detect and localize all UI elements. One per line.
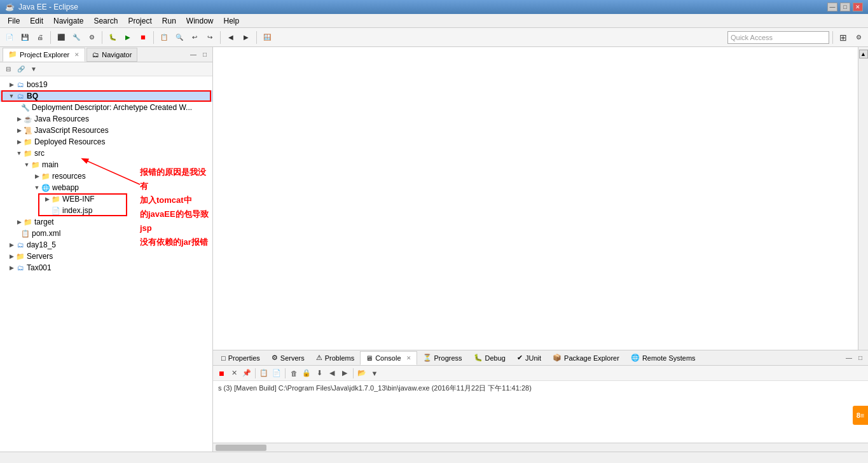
menu-search[interactable]: Search [88,15,123,27]
tree-item-deployment[interactable]: 🔧 Deployment Descriptor: Archetype Creat… [0,102,212,113]
tree-item-servers[interactable]: ▶ 📁 Servers [0,251,212,262]
console-menu-btn[interactable]: ▼ [369,368,380,379]
project-explorer-close[interactable]: ✕ [74,52,79,58]
tb-btn-5[interactable]: 🔍 [172,31,186,45]
bottom-minimize-btn[interactable]: — [844,353,854,363]
orange-badge[interactable]: 8≡ [853,406,868,425]
icon-indexjsp: 📄 [51,205,61,216]
menu-file[interactable]: File [3,15,25,27]
tab-debug[interactable]: 🐛 Debug [468,351,511,365]
console-clear-btn[interactable]: 🗑 [288,368,300,379]
debug-icon: 🐛 [474,354,483,362]
new-button[interactable]: 📄 [3,31,17,45]
toolbar-gear-btn[interactable]: ⚙ [851,31,865,45]
console-pin-btn[interactable]: 📌 [241,368,252,379]
menu-window[interactable]: Window [181,15,219,27]
icon-js-resources: 📜 [23,125,33,135]
console-prev-btn[interactable]: ◀ [326,368,338,379]
panel-maximize-btn[interactable]: □ [200,50,210,60]
minimize-button[interactable]: — [827,3,837,11]
tb-btn-8[interactable]: ◀ [224,31,238,45]
tree-item-src[interactable]: ▼ 📁 src [0,148,212,159]
console-scroll-end-btn[interactable]: ⬇ [313,368,325,379]
collapse-all-btn[interactable]: ⊟ [3,64,14,75]
console-h-scrollbar[interactable] [213,443,868,452]
link-editor-btn[interactable]: 🔗 [15,64,27,75]
arrow-main: ▼ [23,161,31,169]
panel-minimize-btn[interactable]: — [188,50,198,60]
main-layout: 📁 Project Explorer ✕ 🗂 Navigator — □ ⊟ 🔗… [0,47,868,452]
tab-package-explorer[interactable]: 📦 Package Explorer [547,351,625,365]
console-copy-btn[interactable]: 📋 [258,368,270,379]
junit-icon: ✔ [517,354,523,362]
bottom-maximize-btn[interactable]: □ [855,353,865,363]
tb-btn-7[interactable]: ↪ [203,31,217,45]
tree-item-pom[interactable]: 📋 pom.xml [0,228,212,239]
tab-junit[interactable]: ✔ JUnit [511,351,547,365]
save-button[interactable]: 💾 [18,31,32,45]
console-close-btn[interactable]: ✕ [228,368,240,379]
menu-help[interactable]: Help [219,15,245,27]
tb-btn-2[interactable]: 🔧 [69,31,83,45]
tree-item-webapp[interactable]: ▼ 🌐 webapp [0,182,212,193]
tree-item-tax001[interactable]: ▶ 🗂 Tax001 [0,262,212,273]
tab-problems[interactable]: ⚠ Problems [310,351,360,365]
console-next-btn[interactable]: ▶ [339,368,350,379]
tb-btn-6[interactable]: ↩ [188,31,202,45]
perspective-btn[interactable]: 🪟 [260,31,274,45]
toolbar-layout-btn[interactable]: ⊞ [836,31,850,45]
tree-item-webinf[interactable]: ▶ 📁 WEB-INF [0,193,212,205]
tree-item-js-resources[interactable]: ▶ 📜 JavaScript Resources [0,125,212,136]
console-scroll-lock-btn[interactable]: 🔒 [301,368,312,379]
tree-item-target[interactable]: ▶ 📁 target [0,216,212,228]
console-open-file-btn[interactable]: 📂 [356,368,368,379]
console-stop-btn[interactable]: ⏹ [216,368,227,379]
menu-project[interactable]: Project [123,15,156,27]
debug-button[interactable]: 🐛 [106,31,120,45]
stop-button[interactable]: ⏹ [136,31,150,45]
quick-access-label: Quick Access [731,34,773,41]
tab-remote-systems[interactable]: 🌐 Remote Systems [625,351,701,365]
arrow-src: ▼ [15,149,23,157]
maximize-button[interactable]: □ [840,3,850,11]
tree-item-bos19[interactable]: ▶ 🗂 bos19 [0,79,212,90]
tree-item-deployed-resources[interactable]: ▶ 📁 Deployed Resources [0,136,212,148]
tab-project-explorer[interactable]: 📁 Project Explorer ✕ [3,48,85,62]
tree-menu-btn[interactable]: ▼ [28,64,39,75]
tree-item-main[interactable]: ▼ 📁 main [0,159,212,170]
console-close[interactable]: ✕ [406,355,411,361]
panel-tabs: 📁 Project Explorer ✕ 🗂 Navigator — □ [0,47,212,62]
run-button[interactable]: ▶ [121,31,135,45]
tree-item-day185[interactable]: ▶ 🗂 day18_5 [0,239,212,251]
tree-item-indexjsp[interactable]: ▶ 📄 index.jsp [0,205,212,216]
tree-item-resources[interactable]: ▶ 📁 resources [0,170,212,182]
package-explorer-icon: 📦 [553,354,561,362]
label-target: target [34,218,54,226]
tb-btn-9[interactable]: ▶ [239,31,253,45]
tree-item-java-resources[interactable]: ▶ ☕ Java Resources [0,113,212,125]
navigator-icon: 🗂 [92,51,99,59]
statusbar [0,452,868,463]
gutter-btn-1[interactable]: ▲ [859,50,868,59]
window-controls: — □ ✕ [827,3,863,11]
label-pom: pom.xml [32,229,60,238]
tab-servers[interactable]: ⚙ Servers [266,351,310,365]
tab-navigator[interactable]: 🗂 Navigator [86,48,137,62]
menubar: File Edit Navigate Search Project Run Wi… [0,14,868,28]
menu-navigate[interactable]: Navigate [48,15,88,27]
console-icon: 🖥 [366,354,373,362]
print-button[interactable]: 🖨 [33,31,47,45]
tb-btn-3[interactable]: ⚙ [85,31,99,45]
tab-properties[interactable]: □ Properties [216,351,266,365]
tab-console[interactable]: 🖥 Console ✕ [360,351,417,365]
menu-edit[interactable]: Edit [25,15,48,27]
tb-btn-4[interactable]: 📋 [157,31,171,45]
package-explorer-label: Package Explorer [564,354,619,362]
menu-run[interactable]: Run [157,15,181,27]
toolbar-sep-4 [220,31,221,44]
close-button[interactable]: ✕ [853,3,863,11]
tab-progress[interactable]: ⏳ Progress [417,351,468,365]
tree-item-BQ[interactable]: ▼ 🗂 BQ [0,90,212,102]
console-paste-btn[interactable]: 📄 [271,368,282,379]
tb-btn-1[interactable]: ⬛ [54,31,68,45]
